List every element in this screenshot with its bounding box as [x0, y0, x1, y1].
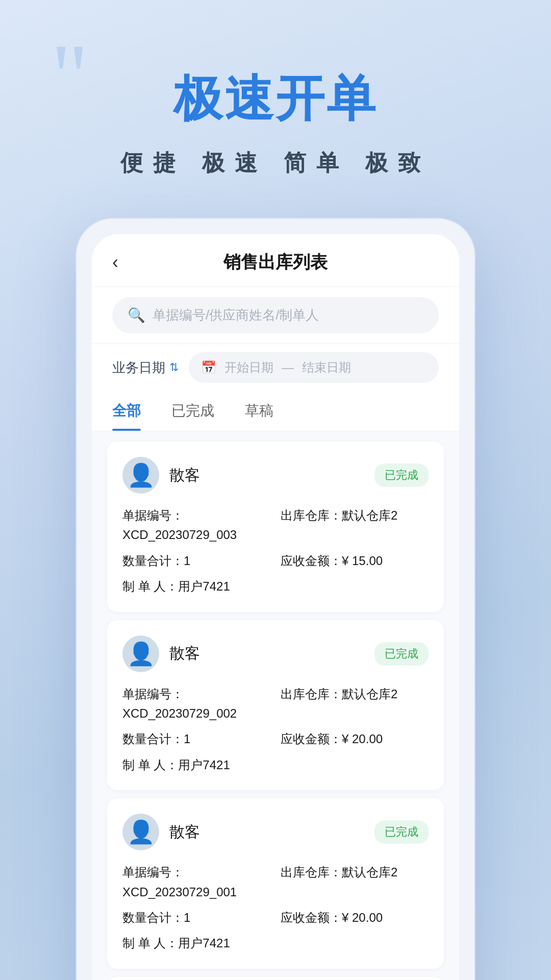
- creator-field: 制 单 人：用户7421: [122, 577, 270, 596]
- hero-subtitle: 便捷 极速 简单 极致: [0, 148, 551, 178]
- date-separator: —: [282, 360, 294, 375]
- tab-draft[interactable]: 草稿: [245, 391, 273, 431]
- filter-row: 业务日期 ⇅ 📅 开始日期 — 结束日期: [92, 344, 459, 391]
- customer-name: 散客: [169, 465, 364, 486]
- status-badge: 已完成: [374, 642, 429, 666]
- records-list: 👤 散客 已完成 单据编号：XCD_20230729_003 出库仓库：默认仓库…: [92, 431, 459, 980]
- doc-no-field: 单据编号：XCD_20230729_003: [122, 506, 270, 545]
- calendar-icon: 📅: [201, 360, 216, 375]
- phone-container: ‹ 销售出库列表 🔍 单据编号/供应商姓名/制单人 业务日期 ⇅: [0, 219, 551, 980]
- qty-field: 数量合计：1: [122, 908, 270, 927]
- customer-name: 散客: [169, 822, 364, 843]
- amount-field: 应收金额：¥ 20.00: [281, 908, 429, 927]
- list-item[interactable]: 👤 散客 已完成 单据编号：XCD_20230729_002 出库仓库：默认仓库…: [107, 620, 444, 791]
- list-item[interactable]: 👤 散客 已完成 单据编号：XCD_20230729_003 出库仓库：默认仓库…: [107, 442, 444, 612]
- qty-field: 数量合计：1: [122, 551, 270, 571]
- list-item-partial[interactable]: 👤 左政治 已完成: [107, 977, 444, 980]
- customer-name: 散客: [169, 643, 364, 664]
- user-icon: 👤: [127, 819, 155, 845]
- tabs-row: 全部 已完成 草稿: [92, 391, 459, 431]
- filter-label: 业务日期 ⇅: [112, 359, 179, 377]
- avatar: 👤: [122, 814, 159, 850]
- phone-mockup: ‹ 销售出库列表 🔍 单据编号/供应商姓名/制单人 业务日期 ⇅: [77, 219, 474, 980]
- hero-title: 极速开单: [0, 66, 551, 133]
- status-badge: 已完成: [374, 820, 429, 844]
- avatar: 👤: [122, 635, 159, 672]
- sort-icon[interactable]: ⇅: [169, 361, 179, 374]
- phone-inner: ‹ 销售出库列表 🔍 单据编号/供应商姓名/制单人 业务日期 ⇅: [92, 234, 459, 980]
- avatar: 👤: [122, 457, 159, 494]
- search-icon: 🔍: [128, 307, 145, 324]
- page-title: 销售出库列表: [223, 251, 328, 274]
- list-item[interactable]: 👤 散客 已完成 单据编号：XCD_20230729_001 出库仓库：默认仓库…: [107, 798, 444, 969]
- app-content: ‹ 销售出库列表 🔍 单据编号/供应商姓名/制单人 业务日期 ⇅: [92, 234, 459, 980]
- qty-field: 数量合计：1: [122, 729, 270, 749]
- doc-no-field: 单据编号：XCD_20230729_001: [122, 863, 270, 902]
- user-icon: 👤: [127, 641, 155, 667]
- tab-all[interactable]: 全部: [112, 391, 141, 431]
- search-placeholder: 单据编号/供应商姓名/制单人: [153, 306, 319, 324]
- warehouse-field: 出库仓库：默认仓库2: [281, 863, 429, 902]
- date-range-picker[interactable]: 📅 开始日期 — 结束日期: [189, 352, 439, 383]
- start-date: 开始日期: [224, 359, 273, 376]
- hero-section: 极速开单 便捷 极速 简单 极致: [0, 0, 551, 209]
- user-icon: 👤: [127, 462, 155, 488]
- creator-field: 制 单 人：用户7421: [122, 934, 270, 953]
- search-container: 🔍 单据编号/供应商姓名/制单人: [92, 287, 459, 344]
- amount-field: 应收金额：¥ 15.00: [281, 551, 429, 571]
- doc-no-field: 单据编号：XCD_20230729_002: [122, 684, 270, 724]
- status-badge: 已完成: [374, 463, 429, 487]
- creator-field: 制 单 人：用户7421: [122, 755, 270, 775]
- back-button[interactable]: ‹: [112, 252, 118, 273]
- warehouse-field: 出库仓库：默认仓库2: [281, 506, 429, 545]
- tab-done[interactable]: 已完成: [171, 391, 214, 431]
- app-header: ‹ 销售出库列表: [92, 234, 459, 287]
- warehouse-field: 出库仓库：默认仓库2: [281, 684, 429, 724]
- amount-field: 应收金额：¥ 20.00: [281, 729, 429, 749]
- search-bar[interactable]: 🔍 单据编号/供应商姓名/制单人: [112, 297, 439, 333]
- end-date: 结束日期: [302, 359, 351, 376]
